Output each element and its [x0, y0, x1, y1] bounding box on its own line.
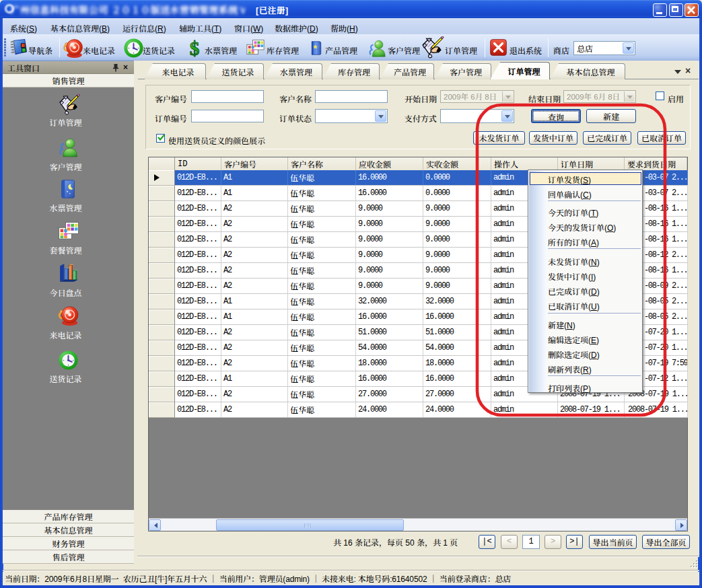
svg-text:$: $ — [190, 38, 200, 59]
